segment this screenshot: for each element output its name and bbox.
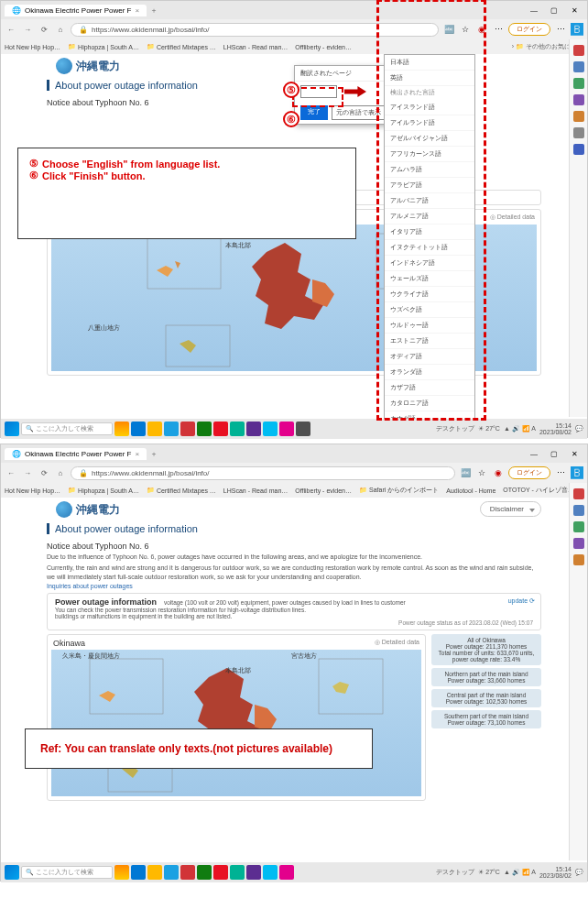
sidebar-icon[interactable] <box>573 111 584 122</box>
opera-icon[interactable]: ◉ <box>475 23 488 36</box>
minimize-button[interactable]: — <box>525 4 543 16</box>
bookmark-item[interactable]: 📁 Certified Mixtapes … <box>147 487 216 494</box>
login-button[interactable]: ログイン <box>508 23 550 36</box>
lang-item[interactable]: イタリア語 <box>385 224 474 240</box>
sidebar-icon[interactable] <box>573 144 584 155</box>
taskbar-app-icon[interactable] <box>197 422 212 436</box>
taskbar-app-icon[interactable] <box>263 865 278 880</box>
star-icon[interactable]: ☆ <box>459 23 472 36</box>
lang-item[interactable]: カナダ語 <box>385 411 474 419</box>
reload-button[interactable]: ⟳ <box>38 466 50 479</box>
back-button[interactable]: ← <box>5 23 17 36</box>
disclaimer-button[interactable]: Disclaimer <box>480 501 541 517</box>
bookmark-item[interactable]: Hot New Hip Hop… <box>5 487 60 494</box>
taskbar-app-icon[interactable] <box>279 865 294 880</box>
sidebar-icon[interactable] <box>573 94 584 105</box>
menu-icon[interactable]: ⋯ <box>554 23 567 36</box>
url-input[interactable]: 🔒 https://www.okidenmail.jp/bosai/info/ <box>71 466 455 480</box>
bookmark-item[interactable]: OTOTOY - ハイレゾ音… <box>503 486 573 495</box>
taskbar-app-icon[interactable] <box>263 422 278 436</box>
bookmark-item[interactable]: LHScan - Read man… <box>223 487 288 494</box>
lang-item[interactable]: アイルランド語 <box>385 115 474 131</box>
bookmark-item[interactable]: 📁 Hiphopza | South A… <box>68 487 139 494</box>
outage-card-central[interactable]: Central part of the main island Power ou… <box>431 689 541 707</box>
lang-item[interactable]: カザフ語 <box>385 380 474 396</box>
star-icon[interactable]: ☆ <box>475 466 488 479</box>
lang-item[interactable]: イヌクティトット語 <box>385 240 474 256</box>
lang-item[interactable]: ウズベク語 <box>385 302 474 318</box>
maximize-button[interactable]: ▢ <box>545 4 563 16</box>
sidebar-icon[interactable] <box>573 127 584 138</box>
taskbar-weather[interactable]: ☀ 27°C <box>478 425 500 433</box>
taskbar-desktop[interactable]: デスクトップ <box>436 868 474 877</box>
taskbar-app-icon[interactable] <box>279 422 294 436</box>
lang-item[interactable]: ウクライナ語 <box>385 287 474 302</box>
lang-item[interactable]: 日本語 <box>385 55 474 71</box>
taskbar-app-icon[interactable] <box>296 422 310 436</box>
lang-item[interactable]: オディア語 <box>385 349 474 365</box>
taskbar-app-icon[interactable] <box>114 422 129 436</box>
bookmark-item[interactable]: 📁 Hiphopza | South A… <box>68 43 139 50</box>
taskbar-weather[interactable]: ☀ 27°C <box>478 869 500 876</box>
taskbar-app-icon[interactable] <box>131 865 146 880</box>
taskbar-desktop[interactable]: デスクトップ <box>436 424 474 433</box>
browser-tab[interactable]: 🌐 Okinawa Electric Power Power F × <box>5 448 147 460</box>
sidebar-icon[interactable] <box>573 488 584 499</box>
back-button[interactable]: ← <box>5 466 17 479</box>
lang-item[interactable]: カタロニア語 <box>385 396 474 411</box>
sidebar-icon[interactable] <box>573 554 584 565</box>
bookmark-item[interactable]: 📁 Certified Mixtapes … <box>147 43 216 50</box>
bookmark-item[interactable]: 📁 Safari からのインポート <box>359 486 439 495</box>
finish-button[interactable]: 完了 <box>300 105 328 120</box>
lang-item[interactable]: エストニア語 <box>385 334 474 349</box>
lang-item[interactable]: ウルドゥー語 <box>385 318 474 334</box>
lang-item[interactable]: アゼルバイジャン語 <box>385 131 474 147</box>
home-button[interactable]: ⌂ <box>54 466 67 479</box>
sidebar-icon[interactable] <box>573 538 584 549</box>
opera-icon[interactable]: ◉ <box>492 466 505 479</box>
lang-item[interactable]: オランダ語 <box>385 365 474 380</box>
bing-icon[interactable]: 🅱 <box>571 23 583 36</box>
taskbar-app-icon[interactable] <box>114 865 129 880</box>
reload-button[interactable]: ⟳ <box>38 23 50 36</box>
taskbar-app-icon[interactable] <box>164 865 179 880</box>
bookmark-item[interactable]: LHScan - Read man… <box>223 44 288 50</box>
taskbar-app-icon[interactable] <box>147 865 162 880</box>
taskbar-app-icon[interactable] <box>180 422 195 436</box>
bookmark-item[interactable]: Offliberty - eviden… <box>295 487 352 494</box>
start-button[interactable] <box>5 865 19 880</box>
taskbar-app-icon[interactable] <box>246 865 261 880</box>
taskbar-app-icon[interactable] <box>230 422 245 436</box>
language-dropdown[interactable]: 日本語 英語 検出された言語 アイスランド語 アイルランド語 アゼルバイジャン語… <box>384 54 475 419</box>
taskbar-app-icon[interactable] <box>246 422 261 436</box>
close-button[interactable]: ✕ <box>565 447 583 460</box>
okinawa-map[interactable]: 久米島・慶良間地方 本島北部 宮古地方 八重山地方 <box>51 650 421 796</box>
sidebar-icon[interactable] <box>573 521 584 532</box>
menu-icon[interactable]: ⋯ <box>554 466 567 479</box>
lang-item[interactable]: アムハラ語 <box>385 162 474 178</box>
maximize-button[interactable]: ▢ <box>545 447 563 460</box>
bookmark-item[interactable]: Offliberty - eviden… <box>295 44 352 50</box>
lang-item[interactable]: アルバニア語 <box>385 193 474 209</box>
sidebar-icon[interactable] <box>573 505 584 516</box>
bookmark-item[interactable]: Hot New Hip Hop… <box>5 44 60 50</box>
lang-item[interactable]: 英語 <box>385 71 474 86</box>
translate-icon[interactable]: 🔤 <box>459 466 472 479</box>
restore-button[interactable]: 元の言語で表示 <box>332 105 386 120</box>
minimize-button[interactable]: — <box>525 447 543 460</box>
taskbar-app-icon[interactable] <box>197 865 212 880</box>
outage-card-north[interactable]: Northern part of the main island Power o… <box>431 668 541 686</box>
ext-icon[interactable]: ⋯ <box>492 23 505 36</box>
forward-button[interactable]: → <box>21 466 34 479</box>
lang-item[interactable]: アイスランド語 <box>385 100 474 115</box>
lang-item[interactable]: ウェールズ語 <box>385 271 474 287</box>
home-button[interactable]: ⌂ <box>54 23 67 36</box>
sidebar-icon[interactable] <box>573 45 584 56</box>
lang-item[interactable]: アルメニア語 <box>385 209 474 224</box>
new-tab-button[interactable]: ＋ <box>150 5 158 16</box>
url-input[interactable]: 🔒 https://www.okidenmail.jp/bosai/info/ <box>71 23 439 37</box>
taskbar-app-icon[interactable] <box>164 422 179 436</box>
sidebar-icon[interactable] <box>573 61 584 72</box>
browser-tab[interactable]: 🌐 Okinawa Electric Power Power F × <box>5 5 147 16</box>
lang-item[interactable]: アフリカーンス語 <box>385 147 474 162</box>
